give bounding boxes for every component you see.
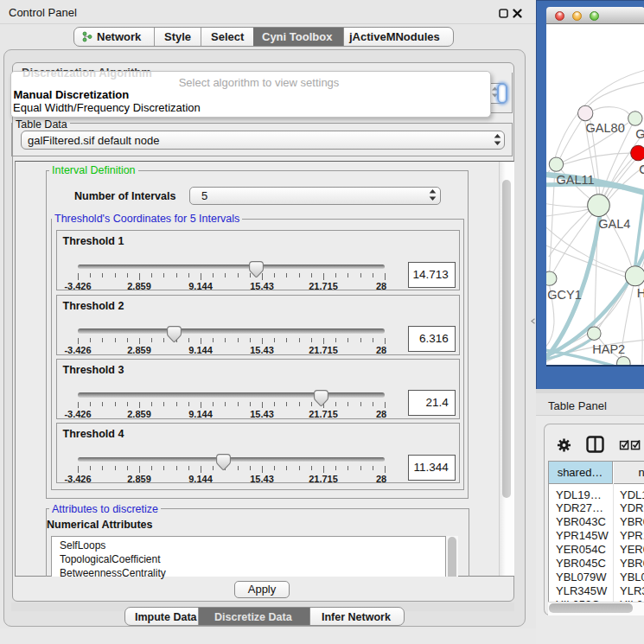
svg-text:GAL11: GAL11: [556, 173, 594, 187]
svg-text:GAL4: GAL4: [598, 217, 630, 231]
svg-text:H…: H…: [636, 286, 644, 300]
svg-text:GAL…: GAL…: [635, 127, 644, 141]
svg-text:GAL80: GAL80: [585, 121, 624, 135]
svg-text:GCY1: GCY1: [547, 288, 582, 302]
svg-text:C…: C…: [639, 163, 644, 176]
svg-text:HAP2: HAP2: [592, 342, 625, 356]
